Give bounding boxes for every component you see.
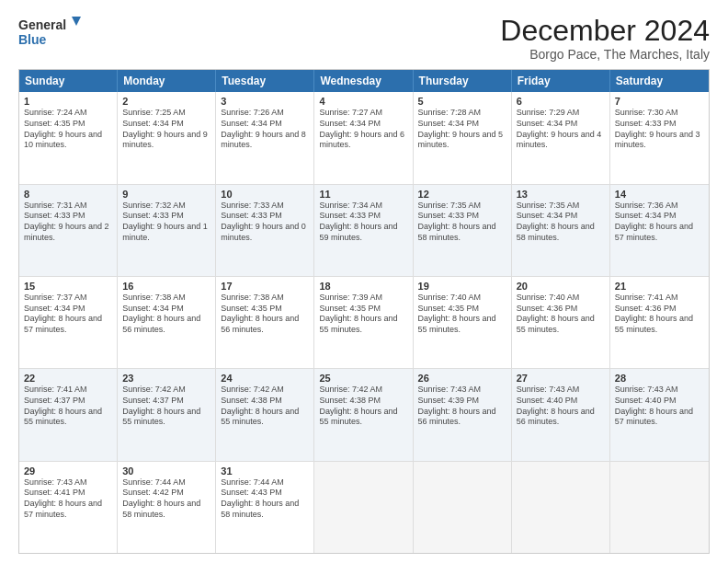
header-thursday: Thursday bbox=[414, 70, 512, 92]
day-number: 15 bbox=[24, 281, 112, 292]
day-number: 28 bbox=[615, 373, 704, 384]
logo-svg: General Blue bbox=[18, 15, 83, 50]
day-number: 18 bbox=[319, 281, 407, 292]
cal-cell-w5-d3 bbox=[314, 462, 413, 553]
svg-marker-2 bbox=[72, 17, 81, 26]
cell-info: Sunrise: 7:25 AMSunset: 4:34 PMDaylight:… bbox=[122, 108, 210, 151]
day-number: 2 bbox=[122, 96, 210, 107]
cal-cell-w2-d6: 14 Sunrise: 7:36 AMSunset: 4:34 PMDaylig… bbox=[610, 185, 709, 276]
cell-info: Sunrise: 7:38 AMSunset: 4:35 PMDaylight:… bbox=[221, 293, 309, 336]
cell-info: Sunrise: 7:35 AMSunset: 4:33 PMDaylight:… bbox=[418, 201, 506, 244]
cal-cell-w4-d1: 23 Sunrise: 7:42 AMSunset: 4:37 PMDaylig… bbox=[118, 369, 216, 460]
day-number: 8 bbox=[24, 189, 112, 200]
cell-info: Sunrise: 7:27 AMSunset: 4:34 PMDaylight:… bbox=[319, 108, 407, 151]
day-number: 16 bbox=[122, 281, 210, 292]
cal-cell-w5-d1: 30 Sunrise: 7:44 AMSunset: 4:42 PMDaylig… bbox=[118, 462, 216, 553]
cell-info: Sunrise: 7:44 AMSunset: 4:43 PMDaylight:… bbox=[221, 477, 309, 521]
cal-cell-w5-d6 bbox=[610, 462, 709, 553]
cell-info: Sunrise: 7:41 AMSunset: 4:36 PMDaylight:… bbox=[615, 293, 704, 336]
cell-info: Sunrise: 7:37 AMSunset: 4:34 PMDaylight:… bbox=[24, 293, 112, 336]
cell-info: Sunrise: 7:42 AMSunset: 4:37 PMDaylight:… bbox=[122, 385, 210, 428]
logo: General Blue bbox=[18, 15, 83, 50]
cal-cell-w2-d0: 8 Sunrise: 7:31 AMSunset: 4:33 PMDayligh… bbox=[19, 185, 118, 276]
svg-text:General: General bbox=[18, 17, 66, 32]
cell-info: Sunrise: 7:35 AMSunset: 4:34 PMDaylight:… bbox=[517, 201, 605, 244]
cal-cell-w2-d1: 9 Sunrise: 7:32 AMSunset: 4:33 PMDayligh… bbox=[118, 185, 216, 276]
cell-info: Sunrise: 7:36 AMSunset: 4:34 PMDaylight:… bbox=[615, 201, 704, 244]
cal-week-1: 1 Sunrise: 7:24 AMSunset: 4:35 PMDayligh… bbox=[19, 92, 709, 183]
cal-cell-w4-d0: 22 Sunrise: 7:41 AMSunset: 4:37 PMDaylig… bbox=[19, 369, 118, 460]
day-number: 10 bbox=[221, 189, 309, 200]
cal-cell-w1-d6: 7 Sunrise: 7:30 AMSunset: 4:33 PMDayligh… bbox=[610, 92, 709, 183]
cal-cell-w3-d4: 19 Sunrise: 7:40 AMSunset: 4:35 PMDaylig… bbox=[414, 277, 512, 368]
cal-cell-w4-d6: 28 Sunrise: 7:43 AMSunset: 4:40 PMDaylig… bbox=[610, 369, 709, 460]
svg-text:Blue: Blue bbox=[18, 32, 47, 47]
day-number: 12 bbox=[418, 189, 506, 200]
day-number: 29 bbox=[24, 465, 112, 477]
cell-info: Sunrise: 7:43 AMSunset: 4:40 PMDaylight:… bbox=[615, 385, 704, 428]
cal-cell-w2-d3: 11 Sunrise: 7:34 AMSunset: 4:33 PMDaylig… bbox=[314, 185, 413, 276]
day-number: 7 bbox=[615, 96, 704, 107]
header-tuesday: Tuesday bbox=[216, 70, 314, 92]
cell-info: Sunrise: 7:43 AMSunset: 4:39 PMDaylight:… bbox=[418, 385, 506, 428]
cell-info: Sunrise: 7:32 AMSunset: 4:33 PMDaylight:… bbox=[122, 201, 210, 244]
day-number: 11 bbox=[319, 189, 407, 200]
cal-cell-w4-d5: 27 Sunrise: 7:43 AMSunset: 4:40 PMDaylig… bbox=[512, 369, 610, 460]
calendar-header: Sunday Monday Tuesday Wednesday Thursday… bbox=[19, 70, 709, 92]
page: General Blue December 2024 Borgo Pace, T… bbox=[0, 0, 728, 563]
cal-cell-w5-d4 bbox=[414, 462, 512, 553]
calendar-body: 1 Sunrise: 7:24 AMSunset: 4:35 PMDayligh… bbox=[19, 92, 709, 553]
cell-info: Sunrise: 7:33 AMSunset: 4:33 PMDaylight:… bbox=[221, 201, 309, 244]
cal-cell-w2-d2: 10 Sunrise: 7:33 AMSunset: 4:33 PMDaylig… bbox=[216, 185, 314, 276]
day-number: 30 bbox=[122, 465, 210, 477]
cell-info: Sunrise: 7:31 AMSunset: 4:33 PMDaylight:… bbox=[24, 201, 112, 244]
cal-cell-w2-d5: 13 Sunrise: 7:35 AMSunset: 4:34 PMDaylig… bbox=[512, 185, 610, 276]
cell-info: Sunrise: 7:43 AMSunset: 4:40 PMDaylight:… bbox=[517, 385, 605, 428]
day-number: 19 bbox=[418, 281, 506, 292]
main-title: December 2024 bbox=[500, 15, 710, 47]
cell-info: Sunrise: 7:42 AMSunset: 4:38 PMDaylight:… bbox=[221, 385, 309, 428]
day-number: 26 bbox=[418, 373, 506, 384]
cell-info: Sunrise: 7:38 AMSunset: 4:34 PMDaylight:… bbox=[122, 293, 210, 336]
cal-cell-w2-d4: 12 Sunrise: 7:35 AMSunset: 4:33 PMDaylig… bbox=[414, 185, 512, 276]
header-wednesday: Wednesday bbox=[314, 70, 413, 92]
cal-cell-w3-d0: 15 Sunrise: 7:37 AMSunset: 4:34 PMDaylig… bbox=[19, 277, 118, 368]
header-friday: Friday bbox=[512, 70, 610, 92]
cell-info: Sunrise: 7:29 AMSunset: 4:34 PMDaylight:… bbox=[517, 108, 605, 151]
cell-info: Sunrise: 7:39 AMSunset: 4:35 PMDaylight:… bbox=[319, 293, 407, 336]
cal-week-3: 15 Sunrise: 7:37 AMSunset: 4:34 PMDaylig… bbox=[19, 276, 709, 368]
cal-week-2: 8 Sunrise: 7:31 AMSunset: 4:33 PMDayligh… bbox=[19, 184, 709, 276]
cal-cell-w4-d3: 25 Sunrise: 7:42 AMSunset: 4:38 PMDaylig… bbox=[314, 369, 413, 460]
cell-info: Sunrise: 7:28 AMSunset: 4:34 PMDaylight:… bbox=[418, 108, 506, 151]
header-sunday: Sunday bbox=[19, 70, 118, 92]
cal-cell-w4-d2: 24 Sunrise: 7:42 AMSunset: 4:38 PMDaylig… bbox=[216, 369, 314, 460]
subtitle: Borgo Pace, The Marches, Italy bbox=[500, 47, 710, 62]
cal-cell-w4-d4: 26 Sunrise: 7:43 AMSunset: 4:39 PMDaylig… bbox=[414, 369, 512, 460]
cal-week-5: 29 Sunrise: 7:43 AMSunset: 4:41 PMDaylig… bbox=[19, 461, 709, 553]
cal-cell-w5-d2: 31 Sunrise: 7:44 AMSunset: 4:43 PMDaylig… bbox=[216, 462, 314, 553]
day-number: 23 bbox=[122, 373, 210, 384]
day-number: 21 bbox=[615, 281, 704, 292]
cell-info: Sunrise: 7:44 AMSunset: 4:42 PMDaylight:… bbox=[122, 477, 210, 521]
day-number: 24 bbox=[221, 373, 309, 384]
cal-week-4: 22 Sunrise: 7:41 AMSunset: 4:37 PMDaylig… bbox=[19, 368, 709, 460]
header-monday: Monday bbox=[118, 70, 216, 92]
cal-cell-w3-d5: 20 Sunrise: 7:40 AMSunset: 4:36 PMDaylig… bbox=[512, 277, 610, 368]
cell-info: Sunrise: 7:43 AMSunset: 4:41 PMDaylight:… bbox=[24, 477, 112, 521]
cal-cell-w1-d2: 3 Sunrise: 7:26 AMSunset: 4:34 PMDayligh… bbox=[216, 92, 314, 183]
header: General Blue December 2024 Borgo Pace, T… bbox=[18, 15, 710, 62]
header-saturday: Saturday bbox=[610, 70, 709, 92]
day-number: 22 bbox=[24, 373, 112, 384]
day-number: 14 bbox=[615, 189, 704, 200]
cal-cell-w1-d4: 5 Sunrise: 7:28 AMSunset: 4:34 PMDayligh… bbox=[414, 92, 512, 183]
cell-info: Sunrise: 7:30 AMSunset: 4:33 PMDaylight:… bbox=[615, 108, 704, 151]
day-number: 20 bbox=[517, 281, 605, 292]
cal-cell-w1-d5: 6 Sunrise: 7:29 AMSunset: 4:34 PMDayligh… bbox=[512, 92, 610, 183]
cal-cell-w5-d5 bbox=[512, 462, 610, 553]
cell-info: Sunrise: 7:24 AMSunset: 4:35 PMDaylight:… bbox=[24, 108, 112, 151]
cell-info: Sunrise: 7:40 AMSunset: 4:36 PMDaylight:… bbox=[517, 293, 605, 336]
cell-info: Sunrise: 7:40 AMSunset: 4:35 PMDaylight:… bbox=[418, 293, 506, 336]
day-number: 3 bbox=[221, 96, 309, 107]
day-number: 17 bbox=[221, 281, 309, 292]
calendar: Sunday Monday Tuesday Wednesday Thursday… bbox=[18, 69, 710, 554]
